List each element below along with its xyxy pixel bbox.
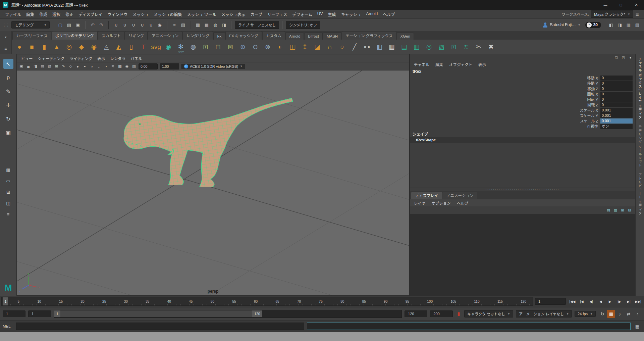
wireframe-mode-icon[interactable]: ◇ [67, 63, 74, 69]
menu-item[interactable]: サーフェス [265, 10, 289, 18]
step-forward-key-button[interactable]: |▶ [615, 298, 624, 305]
play-forwards-button[interactable]: ▶ [605, 298, 614, 305]
channel-value-field[interactable]: 0 [600, 76, 633, 81]
four-pane-layout-button[interactable]: ⊞ [4, 188, 13, 196]
playback-range-bar[interactable]: 1 120 [54, 310, 262, 317]
command-result-field[interactable] [307, 323, 631, 330]
shelf-tab[interactable]: FX キャッシング [225, 31, 262, 40]
subdivide-icon[interactable]: ◫ [287, 41, 298, 53]
layer-editor-tab[interactable]: ディスプレイ [411, 192, 442, 199]
live-surface-field[interactable]: ライブ サーフェスなし [235, 21, 279, 29]
shelf-tab[interactable]: Arnold [285, 33, 304, 40]
last-tool-swatch[interactable]: ▦ [4, 166, 13, 174]
menu-item[interactable]: ヘルプ [380, 10, 397, 18]
menu-item[interactable]: メッシュ表示 [219, 10, 248, 18]
playback-start-field[interactable]: 1 [28, 310, 51, 317]
redo-icon[interactable]: ↷ [97, 21, 105, 29]
shelf-tab[interactable]: Bifrost [304, 33, 323, 40]
minimize-button[interactable]: — [598, 0, 613, 10]
bookmark-icon[interactable]: ▮ [455, 310, 462, 318]
boolean-union-icon[interactable]: ⊕ [237, 41, 249, 53]
shelf-tab[interactable]: アニメーション [148, 31, 182, 40]
channel-attribute-row[interactable]: 可視性 オン [410, 124, 635, 129]
exposure-field[interactable]: 0.00 [139, 63, 158, 69]
selected-object-name[interactable]: tRex [410, 68, 635, 75]
channel-attribute-row[interactable]: スケール Z 0.001 [410, 118, 635, 124]
script-editor-icon[interactable]: ▦ [633, 322, 641, 330]
poly-pyramid-icon[interactable]: ◭ [113, 41, 124, 53]
layer-editor-menu-item[interactable]: レイヤ [411, 200, 428, 206]
animation-preferences-icon[interactable]: ◔ [633, 310, 641, 318]
menu-item[interactable]: Arnold [364, 10, 380, 18]
step-forward-frame-button[interactable]: ▶| [624, 298, 633, 305]
new-empty-layer-icon[interactable]: ⊞ [620, 207, 626, 213]
shelf-tab[interactable]: XGen [397, 33, 414, 40]
lighting-icon[interactable]: ◑ [89, 63, 95, 69]
cylindrical-mapping-icon[interactable]: ▥ [411, 41, 422, 53]
sync-playback-icon[interactable]: ⇄ [625, 310, 633, 318]
poly-platonic-icon[interactable]: ◬ [101, 41, 112, 53]
channel-value-field[interactable]: 0 [600, 92, 633, 97]
channel-box-toggle-icon[interactable]: ▤ [633, 21, 641, 29]
smooth-mesh-preview-icon[interactable]: ◍ [187, 41, 199, 53]
unfold-uv-icon[interactable]: ≋ [461, 41, 472, 53]
sidebar-tab[interactable]: モデリング ツールキット [637, 125, 642, 167]
outliner-button[interactable]: ≡ [4, 210, 13, 218]
view-transform-selector[interactable]: ACES 1.0 SDR-video (sRGB) ▼ [181, 64, 245, 69]
poly-cube-icon[interactable]: ■ [26, 41, 38, 53]
snap-to-point-icon[interactable]: ∪ [129, 21, 138, 29]
menu-item[interactable]: ウィンドウ [105, 10, 130, 18]
ambient-occlusion-icon[interactable]: ◔ [103, 63, 109, 69]
channel-value-field[interactable]: 0.001 [600, 108, 633, 113]
channel-box-menu-item[interactable]: チャネル [411, 61, 432, 68]
rotate-tool[interactable]: ↻ [3, 114, 13, 124]
auto-keyframe-icon[interactable]: ▦ [607, 310, 615, 318]
shaded-mode-icon[interactable]: ● [74, 63, 81, 69]
current-frame-marker[interactable]: 1 [3, 297, 8, 305]
workspace-selector[interactable]: Maya クラシック* ▼ [591, 10, 633, 18]
isolate-select-icon[interactable]: ◉ [124, 63, 130, 69]
command-input[interactable] [16, 323, 304, 330]
command-language-toggle[interactable]: MEL [3, 324, 13, 328]
snap-to-grid-icon[interactable]: ∪ [112, 21, 120, 29]
character-set-selector[interactable]: キャラクタ セットなし ▼ [464, 310, 513, 318]
svg-tool-icon[interactable]: svg [150, 41, 162, 53]
shelf-editor-icon[interactable]: ≣ [3, 46, 9, 51]
menu-item[interactable]: カーブ [248, 10, 265, 18]
bridge-icon[interactable]: ∩ [324, 41, 335, 53]
quad-draw-icon[interactable]: ▦ [386, 41, 397, 53]
smooth-icon[interactable]: ◐ [274, 41, 286, 53]
shadows-icon[interactable]: ◒ [96, 63, 102, 69]
menu-item[interactable]: 作成 [37, 10, 50, 18]
menu-item[interactable]: メッシュの編集 [151, 10, 184, 18]
layer-mute-icon[interactable]: ▤ [605, 207, 611, 213]
menu-item[interactable]: 修正 [63, 10, 76, 18]
snap-to-projected-center-icon[interactable]: ∪ [138, 21, 146, 29]
range-end-handle[interactable]: 120 [252, 310, 262, 317]
move-tool[interactable]: ✛ [3, 100, 13, 110]
poly-pipe-icon[interactable]: ▯ [125, 41, 137, 53]
symmetry-field[interactable]: シンメトリ: オフ [286, 21, 320, 29]
combine-icon[interactable]: ⊞ [200, 41, 211, 53]
multi-cut-icon[interactable]: ╱ [349, 41, 360, 53]
boolean-difference-icon[interactable]: ⊖ [250, 41, 261, 53]
layer-solo-icon[interactable]: ▥ [612, 207, 619, 213]
viewport-canvas[interactable]: y x z persp [17, 70, 409, 295]
channel-box-menu-item[interactable]: オブジェクト [446, 61, 475, 68]
channel-attribute-row[interactable]: スケール Y 0.001 [410, 113, 635, 118]
fps-selector[interactable]: 24 fps ▼ [575, 311, 596, 317]
poly-plane-icon[interactable]: ◆ [76, 41, 87, 53]
maya-logo-bottom-icon[interactable]: M [5, 283, 12, 293]
ipr-render-icon[interactable]: ◍ [211, 21, 219, 29]
playback-loop-icon[interactable]: ↻ [598, 310, 606, 318]
automatic-mapping-icon[interactable]: ▧ [436, 41, 447, 53]
sidebar-tab[interactable]: チャネル ボックス / レイヤ エディタ [637, 57, 642, 119]
panel-menu-item[interactable]: ライティング [67, 55, 95, 62]
make-live-icon[interactable]: ◉ [163, 41, 174, 53]
layer-editor-menu-item[interactable]: ヘルプ [454, 200, 471, 206]
lock-camera-icon[interactable]: ◙ [25, 63, 32, 69]
persp-outliner-layout-button[interactable]: ◫ [4, 199, 13, 207]
poly-torus-icon[interactable]: ◎ [63, 41, 75, 53]
close-button[interactable]: ✕ [629, 0, 644, 10]
channel-value-field[interactable]: オン [600, 124, 633, 129]
